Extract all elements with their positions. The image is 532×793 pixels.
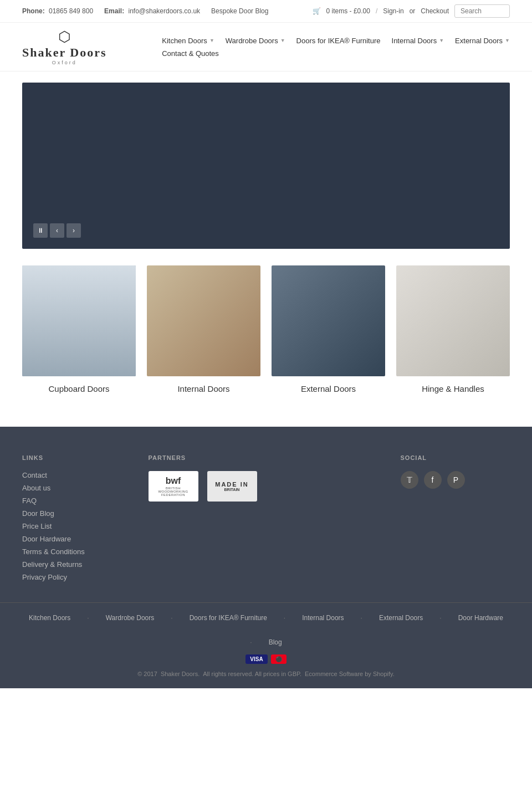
- footer-partners-title: PARTNERS: [149, 454, 258, 461]
- footer-link-blog[interactable]: Door Blog: [22, 509, 132, 518]
- slideshow-next-button[interactable]: ›: [66, 223, 81, 238]
- product-image-cupboard-doors: [22, 265, 136, 376]
- footer-links-title: LINKS: [22, 454, 132, 461]
- footer-nav-external-doors[interactable]: External Doors: [379, 614, 423, 622]
- dropdown-arrow: ▼: [439, 38, 444, 43]
- footer-social-title: SOCIAL: [401, 454, 510, 461]
- email-link[interactable]: info@shakerdoors.co.uk: [128, 7, 200, 15]
- product-image-hinge-handles: [396, 265, 510, 376]
- slideshow-prev-button[interactable]: ‹: [50, 223, 64, 238]
- footer-link-price-list[interactable]: Price List: [22, 522, 132, 530]
- visa-icon: VISA: [245, 654, 267, 664]
- partner-logos: bwf BRITISHWOODWORKINGFEDERATION MADE IN…: [149, 471, 258, 502]
- footer-nav-door-hardware[interactable]: Door Hardware: [458, 614, 503, 622]
- header: ⬡ Shaker Doors Oxford Kitchen Doors ▼ Wa…: [0, 23, 532, 71]
- brand-link[interactable]: Shaker Doors.: [161, 671, 200, 677]
- nav-bottom-row: Contact & Quotes: [162, 49, 510, 58]
- product-title-cupboard-doors: Cupboard Doors: [22, 384, 136, 393]
- payment-icons: VISA ⚫: [22, 654, 510, 664]
- cart-link[interactable]: 0 items - £0.00: [326, 7, 370, 15]
- product-title-internal-doors: Internal Doors: [147, 384, 260, 393]
- email-info: Email: info@shakerdoors.co.uk: [104, 7, 200, 15]
- navigation: Kitchen Doors ▼ Wardrobe Doors ▼ Doors f…: [162, 37, 510, 58]
- slideshow-controls: ⏸ ‹ ›: [33, 223, 81, 238]
- footer-link-delivery[interactable]: Delivery & Returns: [22, 560, 132, 569]
- product-image-external-doors: [272, 265, 385, 376]
- footer-nav-links: Kitchen Doors · Wardrobe Doors · Doors f…: [22, 614, 510, 646]
- dropdown-arrow: ▼: [505, 38, 510, 43]
- footer-link-contact[interactable]: Contact: [22, 471, 132, 479]
- product-title-hinge-handles: Hinge & Handles: [396, 384, 510, 393]
- footer-copyright: © 2017 Shaker Doors. All rights reserved…: [22, 671, 510, 677]
- top-bar-left: Phone: 01865 849 800 Email: info@shakerd…: [22, 7, 268, 15]
- footer-columns: LINKS Contact About us FAQ Door Blog Pri…: [22, 454, 510, 586]
- footer-link-terms[interactable]: Terms & Conditions: [22, 548, 132, 556]
- nav-ikea-furniture[interactable]: Doors for IKEA® Furniture: [296, 37, 381, 45]
- product-card-internal-doors[interactable]: Internal Doors: [147, 265, 260, 393]
- footer-empty-column: [274, 454, 384, 586]
- nav-kitchen-doors[interactable]: Kitchen Doors ▼: [162, 37, 214, 45]
- footer-links-column: LINKS Contact About us FAQ Door Blog Pri…: [22, 454, 132, 586]
- mastercard-icon: ⚫: [271, 654, 287, 664]
- product-card-cupboard-doors[interactable]: Cupboard Doors: [22, 265, 136, 393]
- footer-social-column: SOCIAL 𝕋 f P: [401, 454, 510, 586]
- slideshow-pause-button[interactable]: ⏸: [33, 223, 48, 238]
- footer-link-faq[interactable]: FAQ: [22, 497, 132, 505]
- product-image-internal-doors: [147, 265, 260, 376]
- checkout-link[interactable]: Checkout: [421, 7, 449, 15]
- top-bar-right: 🛒 0 items - £0.00 / Sign-in or Checkout: [313, 4, 510, 18]
- logo-name: Shaker Doors: [22, 45, 107, 60]
- phone-info: Phone: 01865 849 800: [22, 7, 93, 15]
- search-input[interactable]: [454, 4, 510, 18]
- signin-link[interactable]: Sign-in: [383, 7, 403, 15]
- product-card-external-doors[interactable]: External Doors: [272, 265, 385, 393]
- footer-nav-kitchen-doors[interactable]: Kitchen Doors: [29, 614, 70, 622]
- pinterest-icon[interactable]: P: [447, 471, 465, 489]
- social-icons: 𝕋 f P: [401, 471, 510, 489]
- footer-link-privacy[interactable]: Privacy Policy: [22, 573, 132, 581]
- dropdown-arrow: ▼: [209, 38, 214, 43]
- product-title-external-doors: External Doors: [272, 384, 385, 393]
- footer-nav-blog[interactable]: Blog: [269, 638, 282, 646]
- twitter-icon[interactable]: 𝕋: [401, 471, 418, 489]
- nav-internal-doors[interactable]: Internal Doors ▼: [392, 37, 444, 45]
- blog-link[interactable]: Bespoke Door Blog: [211, 7, 268, 15]
- nav-top-row: Kitchen Doors ▼ Wardrobe Doors ▼ Doors f…: [162, 37, 510, 45]
- nav-external-doors[interactable]: External Doors ▼: [455, 37, 510, 45]
- top-bar: Phone: 01865 849 800 Email: info@shakerd…: [0, 0, 532, 23]
- shopify-link[interactable]: Ecommerce Software by Shopify.: [305, 671, 395, 677]
- logo-icon: ⬡: [58, 28, 71, 45]
- made-in-britain-logo[interactable]: MADE IN BRITAIN: [207, 471, 257, 502]
- footer-main: LINKS Contact About us FAQ Door Blog Pri…: [0, 427, 532, 602]
- hero-slideshow: ⏸ ‹ ›: [22, 83, 510, 249]
- nav-wardrobe-doors[interactable]: Wardrobe Doors ▼: [226, 37, 285, 45]
- footer-partners-column: PARTNERS bwf BRITISHWOODWORKINGFEDERATIO…: [149, 454, 258, 586]
- product-grid: Cupboard Doors Internal Doors External D…: [22, 265, 510, 393]
- nav-contact-quotes[interactable]: Contact & Quotes: [162, 49, 219, 58]
- footer-link-door-hardware[interactable]: Door Hardware: [22, 535, 132, 543]
- footer-nav-internal-doors[interactable]: Internal Doors: [302, 614, 344, 622]
- bwf-logo[interactable]: bwf BRITISHWOODWORKINGFEDERATION: [149, 471, 198, 502]
- footer-nav-wardrobe-doors[interactable]: Wardrobe Doors: [106, 614, 155, 622]
- logo[interactable]: ⬡ Shaker Doors Oxford: [22, 28, 107, 65]
- facebook-icon[interactable]: f: [424, 471, 442, 489]
- footer-bottom-nav: Kitchen Doors · Wardrobe Doors · Doors f…: [0, 602, 532, 688]
- product-card-hinge-handles[interactable]: Hinge & Handles: [396, 265, 510, 393]
- cart-icon: 🛒: [313, 7, 321, 15]
- dropdown-arrow: ▼: [280, 38, 285, 43]
- logo-location: Oxford: [52, 60, 77, 65]
- footer-link-about[interactable]: About us: [22, 484, 132, 492]
- footer-nav-ikea-furniture[interactable]: Doors for IKEA® Furniture: [190, 614, 267, 622]
